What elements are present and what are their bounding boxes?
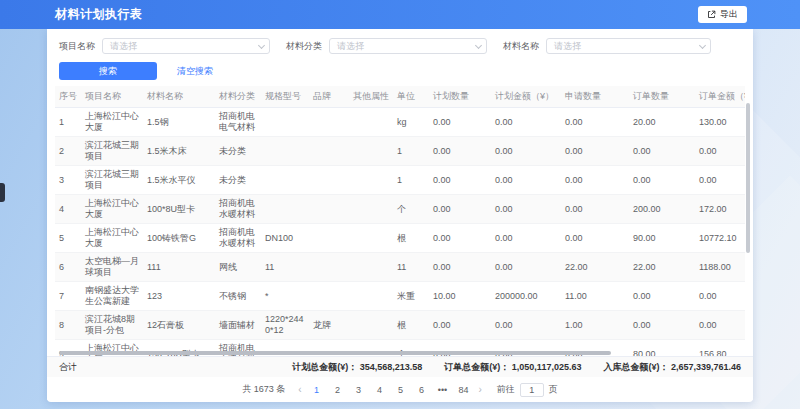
table-cell: 1 — [393, 166, 429, 195]
table-cell: 0.00 — [491, 166, 561, 195]
vertical-scrollbar[interactable] — [746, 103, 750, 253]
table-cell — [261, 137, 309, 166]
table-cell: 200000.00 — [491, 282, 561, 311]
table-cell: 6 — [55, 253, 81, 282]
filter-label: 项目名称 — [59, 40, 95, 53]
table-cell: 招商机电 电气材料 — [215, 108, 261, 137]
table-cell: 123 — [143, 282, 215, 311]
table-row: 5上海松江中心大厦100铸铁管G招商机电 水暖材料DN100根0.000.000… — [55, 224, 745, 253]
table-row: 1上海松江中心大厦1.5钢招商机电 电气材料kg0.000.000.0020.0… — [55, 108, 745, 137]
page-button-1[interactable]: 1 — [311, 385, 323, 395]
export-button[interactable]: 导出 — [698, 6, 747, 23]
total-label: 合计 — [59, 361, 77, 374]
table-cell: 10.00 — [429, 282, 491, 311]
summary-total-item: 入库总金额(¥)： 2,657,339,761.46 — [603, 361, 741, 374]
table-cell: 172.00 — [695, 195, 745, 224]
table-cell: 3 — [55, 166, 81, 195]
page-button-5[interactable]: 5 — [395, 385, 407, 395]
page-button-3[interactable]: 3 — [353, 385, 365, 395]
table-cell: 0.00 — [429, 224, 491, 253]
page-button-6[interactable]: 6 — [416, 385, 428, 395]
table-cell: 4 — [55, 195, 81, 224]
table-cell: 11 — [393, 253, 429, 282]
table-cell — [261, 108, 309, 137]
table-cell: 0.00 — [695, 282, 745, 311]
column-header: 订单数量 — [629, 86, 695, 108]
chevron-down-icon — [258, 42, 265, 49]
page-button-2[interactable]: 2 — [332, 385, 344, 395]
table-cell: 根 — [393, 224, 429, 253]
table-cell: 22.00 — [561, 253, 629, 282]
table-cell: 南钢盛达大学生公寓新建 — [81, 282, 143, 311]
page-button-84[interactable]: 84 — [458, 385, 470, 395]
column-header: 其他属性 — [349, 86, 393, 108]
filter-material-name: 材料名称 请选择 — [503, 38, 711, 54]
next-page-button[interactable]: › — [477, 384, 484, 395]
summary-total-item: 计划总金额(¥)： 354,568,213.58 — [292, 361, 422, 374]
table-cell: 11.00 — [561, 282, 629, 311]
table-cell: 个 — [393, 195, 429, 224]
table-cell: 未分类 — [215, 137, 261, 166]
table-cell: 0.00 — [561, 108, 629, 137]
search-button[interactable]: 搜索 — [59, 62, 157, 80]
table-cell — [349, 224, 393, 253]
table-cell: 100*8U型卡 — [143, 195, 215, 224]
table-cell — [309, 253, 349, 282]
column-header: 序号 — [55, 86, 81, 108]
table-cell: 12石膏板 — [143, 311, 215, 340]
table-cell — [261, 195, 309, 224]
table-cell: 0.00 — [429, 253, 491, 282]
table-cell — [349, 108, 393, 137]
table-cell: 0.00 — [491, 253, 561, 282]
table-cell: 5 — [55, 224, 81, 253]
column-header: 材料分类 — [215, 86, 261, 108]
select-placeholder: 请选择 — [554, 40, 581, 53]
column-header: 单位 — [393, 86, 429, 108]
column-header: 计划数量 — [429, 86, 491, 108]
table-row: 3滨江花城三期项目1.5米水平仪未分类10.000.000.000.000.00 — [55, 166, 745, 195]
chevron-down-icon — [475, 42, 482, 49]
export-button-label: 导出 — [720, 8, 738, 21]
clear-search-link[interactable]: 清空搜索 — [177, 65, 213, 78]
table-cell: 上海松江中心大厦 — [81, 224, 143, 253]
select-placeholder: 请选择 — [110, 40, 137, 53]
summary-totals: 计划总金额(¥)： 354,568,213.58订单总金额(¥)： 1,050,… — [292, 361, 741, 374]
prev-page-button[interactable]: ‹ — [296, 384, 303, 395]
total-count: 共 1673 条 — [242, 383, 285, 396]
pagination: 共 1673 条 ‹ 123456•••84 › 前往 页 — [47, 379, 753, 400]
table-cell: 龙牌 — [309, 311, 349, 340]
table-cell: 1.5钢 — [143, 108, 215, 137]
chevron-down-icon — [699, 42, 706, 49]
table-cell: 招商机电 水暖材料 — [215, 224, 261, 253]
table-cell: 0.00 — [629, 282, 695, 311]
table-cell: 2 — [55, 137, 81, 166]
table-cell: 7 — [55, 282, 81, 311]
table-cell: 22.00 — [629, 253, 695, 282]
table-cell: 8 — [55, 311, 81, 340]
table-cell: 0.00 — [429, 137, 491, 166]
table-row: 7南钢盛达大学生公寓新建123不锈钢*米重10.00200000.0011.00… — [55, 282, 745, 311]
table-cell: 不锈钢 — [215, 282, 261, 311]
goto-page-input[interactable] — [520, 383, 544, 397]
project-name-select[interactable]: 请选择 — [102, 38, 270, 54]
filter-project-name: 项目名称 请选择 — [59, 38, 270, 54]
material-name-select[interactable]: 请选择 — [546, 38, 711, 54]
page-ellipsis-icon[interactable]: ••• — [437, 385, 449, 395]
select-placeholder: 请选择 — [337, 40, 364, 53]
filter-label: 材料分类 — [286, 40, 322, 53]
sidebar-collapse-handle[interactable] — [0, 183, 5, 202]
table-cell — [349, 282, 393, 311]
column-header: 品牌 — [309, 86, 349, 108]
table-cell: * — [261, 282, 309, 311]
page-button-4[interactable]: 4 — [374, 385, 386, 395]
table-cell: 根 — [393, 311, 429, 340]
table-cell: 111 — [143, 253, 215, 282]
table-cell — [309, 166, 349, 195]
column-header: 规格型号 — [261, 86, 309, 108]
column-header: 材料名称 — [143, 86, 215, 108]
column-header: 订单金额（¥） — [695, 86, 745, 108]
horizontal-scrollbar[interactable] — [59, 351, 611, 355]
table-cell: 0.00 — [429, 166, 491, 195]
material-category-select[interactable]: 请选择 — [329, 38, 487, 54]
filter-label: 材料名称 — [503, 40, 539, 53]
